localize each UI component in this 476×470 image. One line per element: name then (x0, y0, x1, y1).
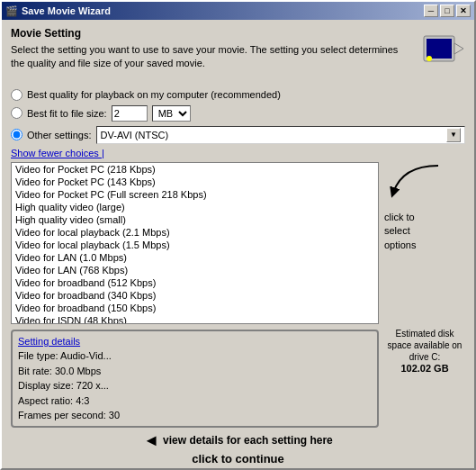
section-description: Select the setting you want to use to sa… (11, 43, 413, 71)
frames-detail: Frames per second: 30 (18, 410, 120, 420)
save-movie-wizard-window: 🎬 Save Movie Wizard ─ □ ✕ Movie Setting … (0, 0, 476, 470)
other-settings-dropdown-header[interactable]: DV-AVI (NTSC) ▼ (96, 126, 465, 144)
window-icon: 🎬 (5, 5, 18, 17)
close-button[interactable]: ✕ (456, 5, 471, 17)
svg-rect-1 (427, 39, 452, 59)
file-size-row: Best fit to file size: MB GB (11, 105, 465, 122)
dropdown-list[interactable]: Video for Pocket PC (218 Kbps) Video for… (11, 162, 379, 324)
title-bar-left: 🎬 Save Movie Wizard (5, 5, 111, 17)
file-size-input[interactable] (114, 108, 141, 119)
view-details-annotation: ◄ view details for each setting here (11, 431, 465, 450)
curved-arrow-icon (384, 157, 447, 211)
list-item[interactable]: Video for broadband (150 Kbps) (12, 302, 378, 314)
title-controls: ─ □ ✕ (424, 5, 471, 17)
list-item[interactable]: Video for Pocket PC (218 Kbps) (12, 163, 378, 176)
svg-point-3 (427, 56, 432, 61)
best-quality-row: Best quality for playback on my computer… (11, 89, 465, 101)
list-item[interactable]: Video for broadband (340 Kbps) (12, 289, 378, 302)
display-size-detail: Display size: 720 x... (18, 380, 109, 391)
content-area: Movie Setting Select the setting you wan… (2, 20, 474, 468)
arrow-left-icon: ◄ (143, 431, 159, 450)
show-fewer-link[interactable]: Show fewer choices | (11, 148, 379, 158)
best-fit-label: Best fit to file size: (27, 108, 107, 119)
list-item[interactable]: Video for LAN (768 Kbps) (12, 264, 378, 276)
left-dropdown-col: Show fewer choices | Video for Pocket PC… (11, 148, 379, 328)
other-settings-dropdown-container: DV-AVI (NTSC) ▼ (96, 126, 465, 144)
file-type-detail: File type: Audio-Vid... (18, 350, 112, 361)
best-fit-radio[interactable] (11, 107, 22, 119)
best-quality-radio[interactable] (11, 89, 22, 101)
header-section: Movie Setting Select the setting you wan… (11, 27, 465, 71)
list-item[interactable]: Video for Pocket PC (Full screen 218 Kbp… (12, 188, 378, 201)
list-item[interactable]: High quality video (large) (12, 201, 378, 213)
view-details-text: view details for each setting here (163, 434, 333, 447)
other-settings-radio[interactable] (11, 129, 22, 140)
main-dropdown-area: Show fewer choices | Video for Pocket PC… (11, 148, 465, 328)
bit-rate-detail: Bit rate: 30.0 Mbps (18, 366, 101, 376)
maximize-button[interactable]: □ (440, 5, 454, 17)
other-settings-label: Other settings: (27, 130, 92, 140)
file-size-spinbox[interactable] (112, 105, 148, 122)
list-item[interactable]: Video for Pocket PC (143 Kbps) (12, 176, 378, 188)
window-title: Save Movie Wizard (22, 5, 111, 16)
details-area: Setting details File type: Audio-Vid... … (11, 328, 465, 428)
click-to-select-annotation: click toselectoptions (384, 211, 416, 252)
other-settings-value: DV-AVI (NTSC) (101, 130, 169, 140)
bottom-area: ◄ view details for each setting here cli… (11, 431, 465, 468)
list-item[interactable]: Video for ISDN (48 Kbps) (12, 314, 378, 324)
section-title: Movie Setting (11, 27, 413, 40)
minimize-button[interactable]: ─ (424, 5, 438, 17)
title-bar: 🎬 Save Movie Wizard ─ □ ✕ (2, 2, 474, 20)
click-continue-annotation: click to continue (11, 452, 465, 465)
setting-details-link[interactable]: Setting details (18, 336, 80, 347)
aspect-ratio-detail: Aspect ratio: 4:3 (18, 395, 90, 406)
dropdown-arrow-icon[interactable]: ▼ (446, 128, 461, 142)
file-size-unit-select[interactable]: MB GB (152, 105, 191, 122)
list-item[interactable]: High quality video (small) (12, 213, 378, 226)
right-annotation: click toselectoptions (384, 148, 465, 328)
disk-space-value: 102.02 GB (384, 363, 465, 374)
list-item[interactable]: Video for local playback (1.5 Mbps) (12, 239, 378, 251)
disk-space-label: Estimated disk space available on drive … (384, 328, 465, 363)
svg-marker-2 (454, 43, 463, 54)
details-box: Setting details File type: Audio-Vid... … (11, 330, 379, 428)
best-quality-label: Best quality for playback on my computer… (27, 89, 281, 100)
click-continue-text: click to continue (192, 452, 284, 465)
wizard-icon (422, 27, 465, 70)
other-settings-row: Other settings: DV-AVI (NTSC) ▼ (11, 126, 465, 144)
header-text: Movie Setting Select the setting you wan… (11, 27, 413, 71)
list-item[interactable]: Video for broadband (512 Kbps) (12, 276, 378, 289)
disk-space-area: Estimated disk space available on drive … (384, 328, 465, 374)
list-item[interactable]: Video for local playback (2.1 Mbps) (12, 226, 378, 239)
details-left: Setting details File type: Audio-Vid... … (11, 328, 379, 428)
list-item[interactable]: Video for LAN (1.0 Mbps) (12, 251, 378, 264)
